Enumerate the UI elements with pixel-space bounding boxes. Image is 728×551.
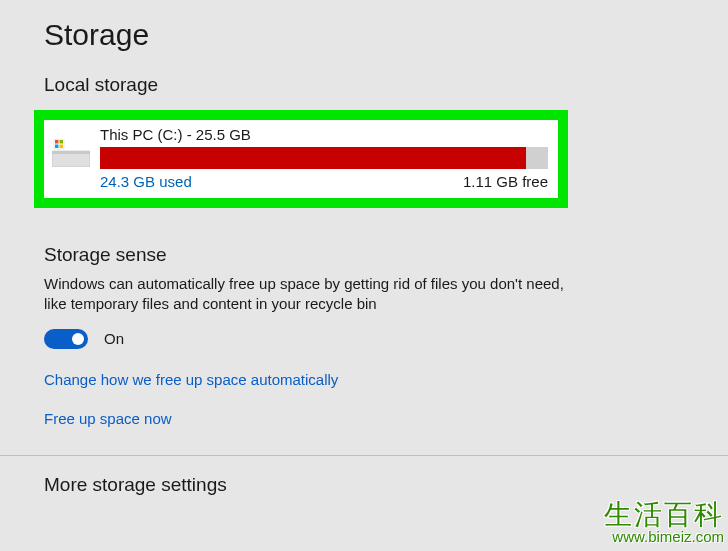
watermark: 生活百科 www.bimeiz.com xyxy=(604,501,724,546)
drive-highlight: This PC (C:) - 25.5 GB 24.3 GB used 1.11… xyxy=(34,110,568,208)
drive-used-link[interactable]: 24.3 GB used xyxy=(100,173,192,190)
section-divider xyxy=(0,455,728,456)
svg-rect-4 xyxy=(60,140,64,144)
storage-bar-fill xyxy=(100,147,526,169)
drive-free-text: 1.11 GB free xyxy=(463,173,548,190)
toggle-state-label: On xyxy=(104,330,124,347)
drive-body: This PC (C:) - 25.5 GB 24.3 GB used 1.11… xyxy=(100,126,548,190)
page-title: Storage xyxy=(44,18,684,52)
watermark-text: 生活百科 xyxy=(604,501,724,529)
free-up-now-link[interactable]: Free up space now xyxy=(44,410,172,427)
toggle-thumb xyxy=(72,333,84,345)
storage-bar xyxy=(100,147,548,169)
svg-rect-6 xyxy=(60,145,64,149)
svg-rect-5 xyxy=(55,145,59,149)
drive-icon xyxy=(50,132,92,174)
svg-rect-1 xyxy=(52,151,90,154)
more-storage-heading: More storage settings xyxy=(44,474,684,496)
storage-sense-toggle[interactable] xyxy=(44,329,88,349)
svg-rect-3 xyxy=(55,140,59,144)
local-storage-heading: Local storage xyxy=(44,74,684,96)
change-free-up-link[interactable]: Change how we free up space automaticall… xyxy=(44,371,338,388)
storage-sense-heading: Storage sense xyxy=(44,244,684,266)
storage-sense-description: Windows can automatically free up space … xyxy=(44,274,574,315)
watermark-url: www.bimeiz.com xyxy=(604,529,724,546)
drive-c-card[interactable]: This PC (C:) - 25.5 GB 24.3 GB used 1.11… xyxy=(44,120,558,198)
drive-title: This PC (C:) - 25.5 GB xyxy=(100,126,548,143)
